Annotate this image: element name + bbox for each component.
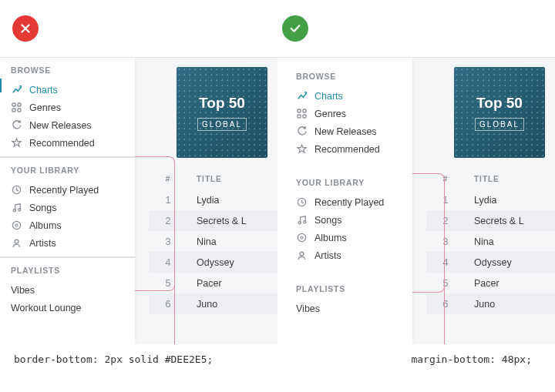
- panel-good: BROWSE Charts Genres New Releases Recomm…: [278, 58, 555, 344]
- table-row[interactable]: 6Juno: [149, 293, 278, 314]
- playlist-card[interactable]: Top 50 GLOBAL: [177, 67, 267, 158]
- nav-recently-played[interactable]: Recently Played: [11, 181, 135, 199]
- comparison-panels: BROWSE Charts Genres New Releases Recomm…: [0, 58, 555, 344]
- row-num: 1: [439, 195, 452, 206]
- nav-label: Charts: [29, 85, 58, 95]
- note-icon: [11, 203, 22, 213]
- nav-label: Recently Played: [29, 185, 99, 196]
- section-browse: BROWSE Charts Genres New Releases Recomm…: [0, 65, 135, 158]
- row-num: 2: [439, 216, 452, 226]
- active-indicator: [0, 79, 2, 92]
- row-title: Secrets & L: [474, 216, 524, 226]
- refresh-icon: [296, 126, 307, 136]
- nav-albums[interactable]: Albums: [11, 216, 135, 234]
- panel-bad: BROWSE Charts Genres New Releases Recomm…: [0, 58, 278, 344]
- table-row[interactable]: 3Nina: [161, 231, 278, 252]
- nav-label: Songs: [29, 203, 56, 213]
- nav-label: New Releases: [29, 120, 92, 131]
- row-title: Odyssey: [197, 257, 234, 268]
- row-title: Nina: [197, 236, 217, 247]
- nav-label: Albums: [314, 233, 347, 243]
- sidebar-good: BROWSE Charts Genres New Releases Recomm…: [278, 58, 412, 344]
- nav-charts[interactable]: Charts: [296, 87, 412, 105]
- nav-label: Genres: [29, 102, 61, 113]
- nav-label: Charts: [314, 91, 343, 102]
- nav-recently-played[interactable]: Recently Played: [296, 193, 412, 211]
- playlist-vibes[interactable]: Vibes: [296, 300, 412, 317]
- section-title-playlists: PLAYLISTS: [296, 284, 412, 293]
- section-title-playlists: PLAYLISTS: [11, 266, 135, 275]
- row-title: Nina: [474, 236, 494, 247]
- playlist-vibes[interactable]: Vibes: [11, 281, 135, 299]
- row-title: Secrets & L: [197, 216, 247, 226]
- nav-albums[interactable]: Albums: [296, 229, 412, 246]
- row-title: Lydia: [474, 195, 496, 206]
- table-row[interactable]: 2Secrets & L: [149, 210, 278, 231]
- nav-artists[interactable]: Artists: [296, 246, 412, 264]
- card-subtitle: GLOBAL: [197, 118, 247, 131]
- table-row[interactable]: 4Odyssey: [426, 252, 555, 273]
- section-library: YOUR LIBRARY Recently Played Songs Album…: [0, 166, 135, 258]
- row-title: Lydia: [197, 195, 219, 206]
- table-row[interactable]: 2Secrets & L: [426, 210, 555, 231]
- col-num: #: [161, 175, 175, 183]
- nav-charts[interactable]: Charts: [11, 81, 135, 99]
- row-num: 3: [439, 236, 452, 247]
- nav-artists[interactable]: Artists: [11, 234, 135, 252]
- clock-icon: [11, 185, 22, 195]
- nav-songs[interactable]: Songs: [11, 199, 135, 216]
- row-title: Juno: [197, 299, 217, 310]
- grid-icon: [11, 102, 22, 112]
- row-title: Pacer: [197, 278, 222, 289]
- grid-icon: [296, 109, 307, 119]
- row-title: Odyssey: [474, 257, 512, 268]
- nav-label: Songs: [314, 215, 341, 226]
- nav-recommended[interactable]: Recommended: [11, 134, 135, 152]
- nav-label: Recommended: [314, 144, 380, 155]
- section-playlists: PLAYLISTS Vibes Workout Lounge: [11, 266, 135, 317]
- table-row[interactable]: 5Pacer: [161, 273, 278, 293]
- section-title-library: YOUR LIBRARY: [11, 166, 135, 175]
- world-dots-bg: [454, 67, 545, 158]
- check-badge-icon: [282, 15, 308, 42]
- star-icon: [296, 144, 307, 154]
- content-good: Top 50 GLOBAL #TITLE 1Lydia 2Secrets & L…: [412, 58, 555, 344]
- section-title-library: YOUR LIBRARY: [296, 178, 412, 187]
- table-row[interactable]: 6Juno: [426, 293, 555, 314]
- nav-new-releases[interactable]: New Releases: [11, 116, 135, 134]
- card-title: Top 50: [476, 95, 523, 112]
- disc-icon: [11, 220, 22, 230]
- table-row[interactable]: 5Pacer: [439, 273, 555, 293]
- nav-label: New Releases: [314, 126, 377, 137]
- section-library: YOUR LIBRARY Recently Played Songs Album…: [296, 178, 412, 264]
- col-title: TITLE: [474, 175, 500, 183]
- row-num: 4: [161, 257, 175, 268]
- trend-icon: [296, 91, 307, 101]
- nav-label: Recommended: [29, 138, 95, 149]
- nav-genres[interactable]: Genres: [296, 105, 412, 122]
- playlist-card[interactable]: Top 50 GLOBAL: [454, 67, 545, 158]
- row-title: Juno: [474, 299, 495, 310]
- col-num: #: [439, 175, 452, 183]
- row-num: 5: [161, 278, 175, 289]
- playlist-workout[interactable]: Workout Lounge: [11, 299, 135, 317]
- table-row[interactable]: 4Odyssey: [149, 252, 278, 273]
- nav-recommended[interactable]: Recommended: [296, 140, 412, 158]
- nav-label: Artists: [314, 250, 341, 261]
- nav-label: Artists: [29, 238, 56, 249]
- nav-songs[interactable]: Songs: [296, 211, 412, 229]
- row-num: 6: [161, 299, 175, 310]
- trend-icon: [11, 85, 22, 95]
- section-title-browse: BROWSE: [296, 72, 412, 81]
- table-row[interactable]: 1Lydia: [439, 189, 555, 210]
- row-num: 4: [439, 257, 452, 268]
- row-num: 1: [161, 195, 175, 206]
- section-playlists: PLAYLISTS Vibes: [296, 284, 412, 317]
- table-row[interactable]: 1Lydia: [161, 189, 278, 210]
- nav-new-releases[interactable]: New Releases: [296, 122, 412, 140]
- card-subtitle: GLOBAL: [475, 118, 524, 131]
- table-row[interactable]: 3Nina: [439, 231, 555, 252]
- track-table: #TITLE 1Lydia 2Secrets & L 3Nina 4Odysse…: [439, 175, 555, 314]
- star-icon: [11, 138, 22, 148]
- nav-genres[interactable]: Genres: [11, 99, 135, 116]
